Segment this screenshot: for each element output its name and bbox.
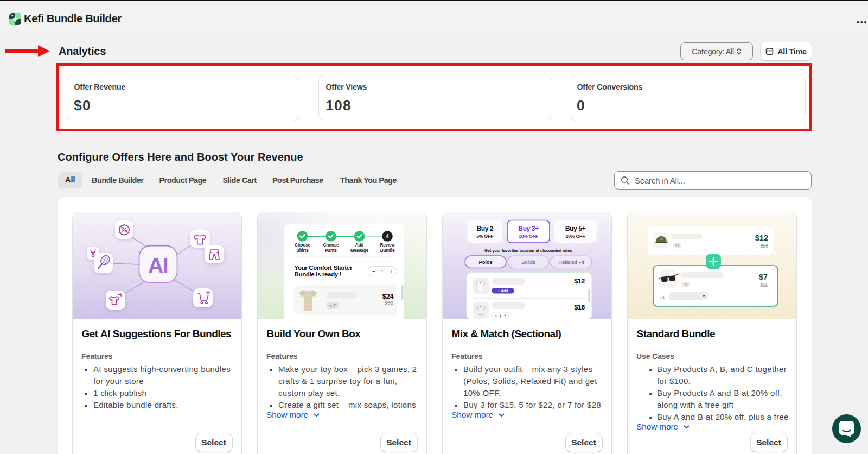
svg-text:−: − <box>495 313 497 318</box>
svg-text:Relaxed Fit: Relaxed Fit <box>558 260 584 265</box>
svg-text:20% OFF: 20% OFF <box>566 234 585 239</box>
svg-text:Solids: Solids <box>521 260 535 265</box>
svg-text:Choose: Choose <box>295 243 310 248</box>
svg-text:+: + <box>390 269 393 275</box>
svg-text:Add: Add <box>355 243 364 248</box>
svg-text:Bundle is ready !: Bundle is ready ! <box>295 271 342 278</box>
svg-text:5% OFF: 5% OFF <box>476 234 493 239</box>
svg-text:Get your favorites topwear at: Get your favorites topwear at discounted… <box>484 248 572 253</box>
svg-text:Shirts: Shirts <box>296 248 309 253</box>
svg-text:−: − <box>372 268 375 274</box>
svg-text:×1: ×1 <box>684 282 688 286</box>
svg-text:Buy 5+: Buy 5+ <box>565 225 586 232</box>
svg-text:Bundle: Bundle <box>380 248 395 253</box>
svg-text:$7: $7 <box>759 273 768 281</box>
svg-text:4: 4 <box>386 234 389 239</box>
svg-text:+: + <box>504 313 507 318</box>
svg-text:Your Comfort Starter: Your Comfort Starter <box>295 264 353 271</box>
svg-text:×1: ×1 <box>675 243 680 247</box>
svg-text:$16: $16 <box>574 303 585 311</box>
svg-text:1: 1 <box>381 269 384 274</box>
svg-text:Message: Message <box>350 248 369 253</box>
svg-text:+ Add: + Add <box>498 289 508 293</box>
svg-text:#1: #1 <box>660 295 665 300</box>
svg-text:Buy 3+: Buy 3+ <box>518 225 539 232</box>
svg-text:× 2: × 2 <box>329 303 336 308</box>
svg-text:Choose: Choose <box>323 243 339 248</box>
svg-text:1: 1 <box>500 313 502 317</box>
svg-text:Polos: Polos <box>478 259 492 265</box>
svg-text:Pants: Pants <box>325 248 337 253</box>
svg-text:Buy 2: Buy 2 <box>476 225 493 232</box>
svg-text:10% OFF: 10% OFF <box>519 234 538 239</box>
svg-text:$12: $12 <box>574 277 585 285</box>
svg-text:Review: Review <box>380 243 395 248</box>
svg-text:AI: AI <box>148 254 168 277</box>
svg-text:$12: $12 <box>755 234 768 242</box>
